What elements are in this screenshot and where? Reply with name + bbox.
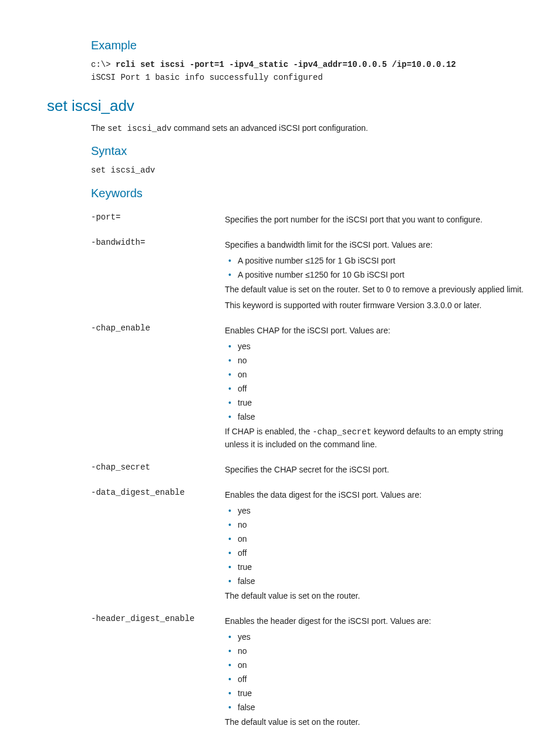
example-output: iSCSI Port 1 basic info successfully con…	[91, 73, 323, 82]
value-list: A positive number ≤125 for 1 Gb iSCSI po…	[225, 255, 525, 281]
keyword-desc-text: Enables the data digest for the iSCSI po…	[225, 489, 525, 501]
keyword-desc-text: Enables CHAP for the iSCSI port. Values …	[225, 325, 525, 337]
list-item: off	[225, 547, 525, 559]
section-heading: set iscsi_adv	[47, 94, 525, 117]
keyword-desc: Enables CHAP for the iSCSI port. Values …	[225, 319, 525, 458]
syntax-heading: Syntax	[91, 142, 525, 160]
intro-post: command sets an advanced iSCSI port conf…	[171, 123, 368, 133]
list-item: no	[225, 645, 525, 657]
list-item: off	[225, 673, 525, 686]
keyword-name-header-digest-enable: -header_digest_enable	[91, 609, 225, 735]
keyword-post-text: If CHAP is enabled, the -chap_secret key…	[225, 426, 525, 451]
list-item: false	[225, 575, 525, 588]
keyword-name-data-digest-enable: -data_digest_enable	[91, 483, 225, 609]
keyword-desc: Enables the header digest for the iSCSI …	[225, 609, 525, 735]
list-item: true	[225, 687, 525, 700]
keyword-post-text: The default value is set on the router.	[225, 590, 525, 602]
chap-note-code: -chap_secret	[312, 427, 372, 437]
intro-code: set iscsi_adv	[107, 124, 171, 133]
syntax-text: set iscsi_adv	[91, 164, 525, 177]
example-command: rcli set iscsi -port=1 -ipv4_static -ipv…	[116, 60, 456, 69]
keyword-desc: Specifies the CHAP secret for the iSCSI …	[225, 458, 525, 483]
list-item: A positive number ≤1250 for 10 Gb iSCSI …	[225, 269, 525, 281]
table-row: -chap_secret Specifies the CHAP secret f…	[91, 458, 525, 483]
table-row: -port= Specifies the port number for the…	[91, 208, 525, 233]
list-item: on	[225, 659, 525, 671]
example-heading: Example	[91, 36, 525, 54]
value-list: yes no on off true false	[225, 505, 525, 588]
keyword-desc: Enables the data digest for the iSCSI po…	[225, 483, 525, 609]
section-intro: The set iscsi_adv command sets an advanc…	[91, 122, 525, 135]
list-item: off	[225, 383, 525, 395]
keyword-desc: Specifies a bandwidth limit for the iSCS…	[225, 233, 525, 319]
keyword-post-text: The default value is set on the router.	[225, 716, 525, 728]
list-item: false	[225, 701, 525, 714]
list-item: yes	[225, 505, 525, 517]
keyword-desc-text: Specifies a bandwidth limit for the iSCS…	[225, 239, 525, 251]
keyword-desc-text: Specifies the port number for the iSCSI …	[225, 214, 525, 226]
list-item: false	[225, 411, 525, 423]
keyword-desc-text: Enables the header digest for the iSCSI …	[225, 615, 525, 627]
list-item: A positive number ≤125 for 1 Gb iSCSI po…	[225, 255, 525, 267]
list-item: yes	[225, 340, 525, 353]
keyword-desc-text: Specifies the CHAP secret for the iSCSI …	[225, 464, 525, 476]
table-row: -bandwidth= Specifies a bandwidth limit …	[91, 233, 525, 319]
table-row: -header_digest_enable Enables the header…	[91, 609, 525, 735]
keyword-post-text: The default value is set on the router. …	[225, 283, 525, 296]
intro-pre: The	[91, 123, 107, 133]
list-item: no	[225, 519, 525, 531]
keyword-name-bandwidth: -bandwidth=	[91, 233, 225, 319]
value-list: yes no on off true false	[225, 340, 525, 423]
list-item: on	[225, 533, 525, 545]
list-item: yes	[225, 631, 525, 643]
keyword-post-text: This keyword is supported with router fi…	[225, 299, 525, 312]
list-item: true	[225, 397, 525, 409]
example-prompt: c:\>	[91, 60, 116, 69]
list-item: on	[225, 369, 525, 381]
table-row: -data_digest_enable Enables the data dig…	[91, 483, 525, 609]
keyword-name-chap-secret: -chap_secret	[91, 458, 225, 483]
list-item: no	[225, 355, 525, 367]
keyword-name-chap-enable: -chap_enable	[91, 319, 225, 458]
chap-note-pre: If CHAP is enabled, the	[225, 427, 312, 436]
table-row: -chap_enable Enables CHAP for the iSCSI …	[91, 319, 525, 458]
keywords-table: -port= Specifies the port number for the…	[91, 208, 525, 735]
keyword-name-port: -port=	[91, 208, 225, 233]
value-list: yes no on off true false	[225, 631, 525, 714]
keywords-heading: Keywords	[91, 184, 525, 202]
example-code-block: c:\> rcli set iscsi -port=1 -ipv4_static…	[91, 59, 525, 84]
keyword-desc: Specifies the port number for the iSCSI …	[225, 208, 525, 233]
list-item: true	[225, 561, 525, 573]
